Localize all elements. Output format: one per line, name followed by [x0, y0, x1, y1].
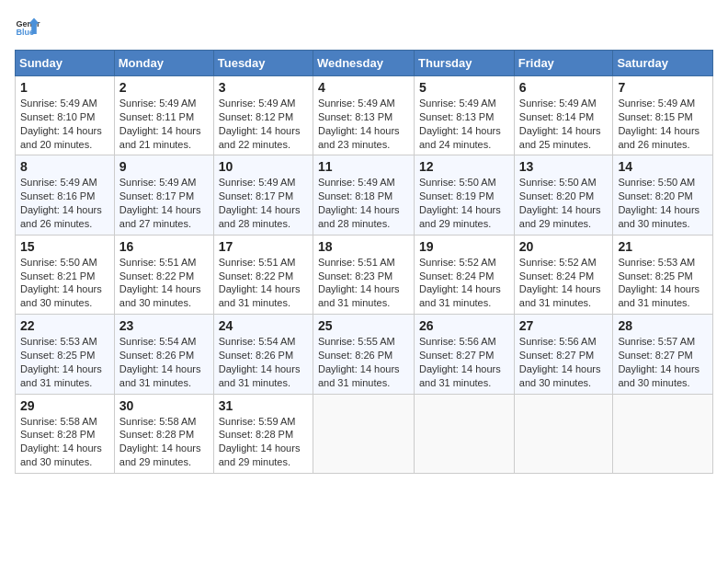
day-info: Sunrise: 5:53 AMSunset: 8:25 PMDaylight:… [618, 257, 700, 309]
calendar-day-cell: 5 Sunrise: 5:49 AMSunset: 8:13 PMDayligh… [415, 76, 515, 155]
day-info: Sunrise: 5:53 AMSunset: 8:25 PMDaylight:… [20, 336, 102, 388]
day-info: Sunrise: 5:50 AMSunset: 8:19 PMDaylight:… [419, 177, 501, 229]
calendar-day-cell: 4 Sunrise: 5:49 AMSunset: 8:13 PMDayligh… [313, 76, 414, 155]
day-number: 24 [219, 318, 308, 333]
day-header-friday: Friday [514, 51, 613, 76]
day-number: 7 [618, 80, 708, 95]
calendar-day-cell: 26 Sunrise: 5:56 AMSunset: 8:27 PMDaylig… [415, 315, 515, 394]
calendar-day-cell: 6 Sunrise: 5:49 AMSunset: 8:14 PMDayligh… [514, 76, 613, 155]
calendar-day-cell: 9 Sunrise: 5:49 AMSunset: 8:17 PMDayligh… [114, 155, 213, 235]
day-info: Sunrise: 5:49 AMSunset: 8:14 PMDaylight:… [519, 98, 601, 150]
day-number: 13 [519, 159, 609, 174]
calendar-day-cell [415, 394, 515, 473]
calendar-day-cell: 28 Sunrise: 5:57 AMSunset: 8:27 PMDaylig… [613, 315, 713, 394]
calendar-week-row: 29 Sunrise: 5:58 AMSunset: 8:28 PMDaylig… [16, 394, 713, 473]
day-number: 23 [119, 318, 209, 333]
day-number: 14 [618, 159, 708, 174]
day-number: 30 [119, 398, 209, 413]
calendar-day-cell: 25 Sunrise: 5:55 AMSunset: 8:26 PMDaylig… [313, 315, 414, 394]
day-number: 6 [519, 80, 609, 95]
day-number: 16 [119, 239, 209, 254]
day-number: 22 [20, 318, 109, 333]
calendar-day-cell: 18 Sunrise: 5:51 AMSunset: 8:23 PMDaylig… [313, 235, 414, 314]
calendar-week-row: 1 Sunrise: 5:49 AMSunset: 8:10 PMDayligh… [16, 76, 713, 155]
day-info: Sunrise: 5:49 AMSunset: 8:17 PMDaylight:… [219, 177, 301, 229]
calendar-header-row: SundayMondayTuesdayWednesdayThursdayFrid… [16, 51, 713, 76]
logo-icon: General Blue [15, 15, 40, 40]
day-info: Sunrise: 5:49 AMSunset: 8:13 PMDaylight:… [318, 98, 400, 150]
calendar-day-cell: 24 Sunrise: 5:54 AMSunset: 8:26 PMDaylig… [213, 315, 313, 394]
calendar-day-cell: 19 Sunrise: 5:52 AMSunset: 8:24 PMDaylig… [415, 235, 515, 314]
day-number: 28 [618, 318, 708, 333]
day-header-saturday: Saturday [613, 51, 713, 76]
calendar-day-cell: 11 Sunrise: 5:49 AMSunset: 8:18 PMDaylig… [313, 155, 414, 235]
calendar-day-cell: 20 Sunrise: 5:52 AMSunset: 8:24 PMDaylig… [514, 235, 613, 314]
calendar-week-row: 8 Sunrise: 5:49 AMSunset: 8:16 PMDayligh… [16, 155, 713, 235]
day-number: 3 [219, 80, 308, 95]
calendar-day-cell: 12 Sunrise: 5:50 AMSunset: 8:19 PMDaylig… [415, 155, 515, 235]
calendar-day-cell: 22 Sunrise: 5:53 AMSunset: 8:25 PMDaylig… [16, 315, 115, 394]
day-number: 19 [419, 239, 509, 254]
day-info: Sunrise: 5:50 AMSunset: 8:20 PMDaylight:… [519, 177, 601, 229]
day-number: 31 [219, 398, 308, 413]
day-number: 21 [618, 239, 708, 254]
calendar-day-cell: 1 Sunrise: 5:49 AMSunset: 8:10 PMDayligh… [16, 76, 115, 155]
day-number: 25 [318, 318, 409, 333]
day-info: Sunrise: 5:51 AMSunset: 8:23 PMDaylight:… [318, 257, 400, 309]
day-info: Sunrise: 5:49 AMSunset: 8:11 PMDaylight:… [119, 98, 201, 150]
day-number: 1 [20, 80, 109, 95]
day-info: Sunrise: 5:50 AMSunset: 8:20 PMDaylight:… [618, 177, 700, 229]
calendar-day-cell: 13 Sunrise: 5:50 AMSunset: 8:20 PMDaylig… [514, 155, 613, 235]
calendar-day-cell: 8 Sunrise: 5:49 AMSunset: 8:16 PMDayligh… [16, 155, 115, 235]
day-info: Sunrise: 5:49 AMSunset: 8:12 PMDaylight:… [219, 98, 301, 150]
calendar-day-cell: 2 Sunrise: 5:49 AMSunset: 8:11 PMDayligh… [114, 76, 213, 155]
day-number: 12 [419, 159, 509, 174]
day-info: Sunrise: 5:55 AMSunset: 8:26 PMDaylight:… [318, 336, 400, 388]
day-number: 29 [20, 398, 109, 413]
calendar-week-row: 22 Sunrise: 5:53 AMSunset: 8:25 PMDaylig… [16, 315, 713, 394]
day-header-tuesday: Tuesday [213, 51, 313, 76]
calendar-day-cell: 29 Sunrise: 5:58 AMSunset: 8:28 PMDaylig… [16, 394, 115, 473]
day-number: 18 [318, 239, 409, 254]
day-info: Sunrise: 5:57 AMSunset: 8:27 PMDaylight:… [618, 336, 700, 388]
calendar-body: 1 Sunrise: 5:49 AMSunset: 8:10 PMDayligh… [16, 76, 713, 474]
day-number: 26 [419, 318, 509, 333]
calendar-table: SundayMondayTuesdayWednesdayThursdayFrid… [15, 50, 713, 474]
calendar-day-cell: 16 Sunrise: 5:51 AMSunset: 8:22 PMDaylig… [114, 235, 213, 314]
calendar-day-cell: 21 Sunrise: 5:53 AMSunset: 8:25 PMDaylig… [613, 235, 713, 314]
day-info: Sunrise: 5:49 AMSunset: 8:13 PMDaylight:… [419, 98, 501, 150]
calendar-day-cell: 23 Sunrise: 5:54 AMSunset: 8:26 PMDaylig… [114, 315, 213, 394]
day-header-sunday: Sunday [16, 51, 115, 76]
calendar-day-cell [514, 394, 613, 473]
day-number: 4 [318, 80, 409, 95]
page-header: General Blue [15, 15, 713, 40]
calendar-day-cell: 3 Sunrise: 5:49 AMSunset: 8:12 PMDayligh… [213, 76, 313, 155]
day-info: Sunrise: 5:56 AMSunset: 8:27 PMDaylight:… [519, 336, 601, 388]
calendar-day-cell: 10 Sunrise: 5:49 AMSunset: 8:17 PMDaylig… [213, 155, 313, 235]
day-header-monday: Monday [114, 51, 213, 76]
day-info: Sunrise: 5:49 AMSunset: 8:18 PMDaylight:… [318, 177, 400, 229]
day-number: 10 [219, 159, 308, 174]
day-number: 5 [419, 80, 509, 95]
day-number: 8 [20, 159, 109, 174]
day-number: 11 [318, 159, 409, 174]
day-info: Sunrise: 5:54 AMSunset: 8:26 PMDaylight:… [119, 336, 201, 388]
day-number: 17 [219, 239, 308, 254]
day-info: Sunrise: 5:51 AMSunset: 8:22 PMDaylight:… [219, 257, 301, 309]
calendar-day-cell [613, 394, 713, 473]
svg-text:Blue: Blue [16, 28, 34, 37]
calendar-day-cell: 14 Sunrise: 5:50 AMSunset: 8:20 PMDaylig… [613, 155, 713, 235]
day-info: Sunrise: 5:52 AMSunset: 8:24 PMDaylight:… [419, 257, 501, 309]
logo: General Blue [15, 15, 40, 40]
calendar-day-cell: 31 Sunrise: 5:59 AMSunset: 8:28 PMDaylig… [213, 394, 313, 473]
day-header-thursday: Thursday [415, 51, 515, 76]
day-info: Sunrise: 5:49 AMSunset: 8:17 PMDaylight:… [119, 177, 201, 229]
day-number: 9 [119, 159, 209, 174]
day-info: Sunrise: 5:50 AMSunset: 8:21 PMDaylight:… [20, 257, 102, 309]
calendar-day-cell: 7 Sunrise: 5:49 AMSunset: 8:15 PMDayligh… [613, 76, 713, 155]
calendar-day-cell [313, 394, 414, 473]
day-number: 15 [20, 239, 109, 254]
day-info: Sunrise: 5:51 AMSunset: 8:22 PMDaylight:… [119, 257, 201, 309]
calendar-day-cell: 15 Sunrise: 5:50 AMSunset: 8:21 PMDaylig… [16, 235, 115, 314]
day-info: Sunrise: 5:58 AMSunset: 8:28 PMDaylight:… [20, 416, 102, 468]
